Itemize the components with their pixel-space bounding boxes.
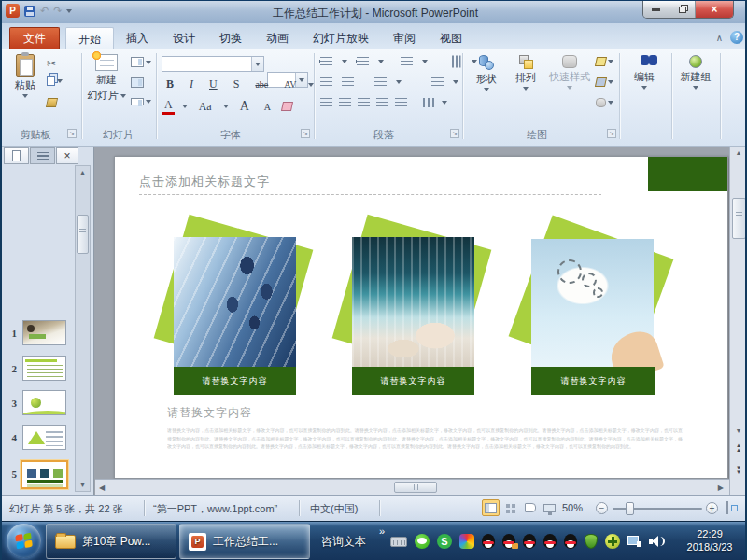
tab-design[interactable]: 设计 <box>161 27 207 49</box>
help-icon[interactable]: ? <box>730 31 743 44</box>
start-button[interactable] <box>7 524 41 558</box>
slide-image-2[interactable] <box>352 237 474 367</box>
restore-button[interactable] <box>669 1 696 18</box>
quick-styles-button[interactable]: 快速样式 <box>547 55 592 90</box>
shrink-font-button[interactable]: A <box>261 102 275 112</box>
outline-tab[interactable] <box>30 147 55 164</box>
scroll-up-icon[interactable]: ▲ <box>730 147 747 159</box>
cut-button[interactable]: ✂ <box>47 57 56 70</box>
reset-slide-button[interactable] <box>131 77 144 88</box>
font-name-dropdown-icon[interactable] <box>251 57 263 71</box>
align-text-dropdown-icon[interactable] <box>453 80 458 84</box>
copy-button[interactable] <box>47 76 63 86</box>
panel-close-button[interactable]: × <box>56 147 78 164</box>
fit-to-window-button[interactable] <box>726 501 728 514</box>
distribute-button[interactable] <box>395 98 407 107</box>
line-spacing-dropdown-icon[interactable] <box>422 60 428 63</box>
slide-thumbnail-1[interactable] <box>22 320 66 345</box>
tab-home[interactable]: 开始 <box>65 27 114 49</box>
qq-icon[interactable] <box>523 534 536 549</box>
arrange-button[interactable]: 排列 <box>508 55 543 91</box>
tab-review[interactable]: 审阅 <box>381 27 428 49</box>
clipboard-dialog-launcher[interactable]: ↘ <box>67 129 77 138</box>
volume-icon[interactable] <box>649 535 664 548</box>
character-spacing-button[interactable]: AV <box>280 79 300 90</box>
zoom-level[interactable]: 50% <box>562 502 583 513</box>
change-case-button[interactable]: Aa <box>195 100 216 114</box>
change-case-dropdown-icon[interactable] <box>223 105 229 108</box>
panel-scrollbar-thumb[interactable] <box>77 215 89 254</box>
slideshow-view-button[interactable] <box>541 499 558 516</box>
shape-effects-button[interactable] <box>596 98 613 107</box>
editing-button[interactable]: 编辑 <box>624 55 665 90</box>
zoom-in-button[interactable]: + <box>706 502 718 514</box>
font-color-dropdown-icon[interactable] <box>182 105 188 108</box>
slides-tab[interactable] <box>4 147 29 164</box>
decrease-indent-button[interactable] <box>320 77 332 87</box>
convert-smartart-button[interactable] <box>423 98 435 107</box>
shape-outline-button[interactable] <box>596 77 613 87</box>
language-band[interactable]: 咨询文本 <box>321 534 366 550</box>
image-caption-3[interactable]: 请替换文字内容 <box>531 367 655 395</box>
tab-view[interactable]: 视图 <box>428 27 474 49</box>
tab-file[interactable]: 文件 <box>9 27 60 49</box>
horizontal-scrollbar[interactable]: ◀ ▶ <box>95 479 729 495</box>
paragraph-dialog-launcher[interactable]: ↘ <box>450 129 459 138</box>
taskbar-overflow-icon[interactable]: » <box>379 525 385 537</box>
increase-indent-button[interactable] <box>342 77 354 87</box>
slide-title-placeholder[interactable]: 点击添加相关标题文字 <box>139 174 270 190</box>
zoom-slider-thumb[interactable] <box>626 502 634 515</box>
paste-button[interactable]: 粘贴 <box>9 54 41 98</box>
tray-clock[interactable]: 22:29 2018/3/23 <box>676 527 743 553</box>
slide-sorter-view-button[interactable] <box>501 499 519 516</box>
slide-thumbnail-4[interactable] <box>22 425 66 450</box>
security-shield-icon[interactable] <box>585 534 598 549</box>
clear-formatting-button[interactable] <box>281 102 293 111</box>
tab-transitions[interactable]: 切换 <box>207 27 254 49</box>
smartart-dropdown-icon[interactable] <box>442 101 447 105</box>
spacing-dropdown-icon[interactable] <box>308 83 314 87</box>
qq-icon[interactable] <box>564 534 577 549</box>
align-center-button[interactable] <box>339 98 351 107</box>
next-slide-button[interactable]: ▼▼ <box>730 466 747 475</box>
normal-view-button[interactable] <box>482 499 500 516</box>
qq-briefcase-icon[interactable] <box>502 534 515 549</box>
slide-thumbnail-2[interactable] <box>22 356 66 381</box>
slide-canvas[interactable]: 点击添加相关标题文字 请替换文字内容 请替换文字内容 请替换文字内容 请替换文字… <box>114 156 728 479</box>
bold-button[interactable]: B <box>162 77 177 91</box>
network-icon[interactable] <box>627 536 641 547</box>
minimize-button[interactable] <box>643 1 669 18</box>
new-group-button[interactable]: 新建组 <box>673 55 718 90</box>
previous-slide-button[interactable]: ▲▲ <box>730 443 747 453</box>
drawing-dialog-launcher[interactable]: ↘ <box>607 129 616 138</box>
keyboard-icon[interactable] <box>390 537 407 547</box>
qq-icon[interactable] <box>543 534 557 549</box>
panel-scroll-up-icon[interactable]: ▲ <box>76 166 90 178</box>
slide-image-3[interactable] <box>531 239 654 369</box>
wechat-icon[interactable] <box>415 534 430 549</box>
reading-view-button[interactable] <box>521 499 539 516</box>
slide-layout-button[interactable] <box>131 57 151 67</box>
underline-button[interactable]: U <box>205 77 221 91</box>
tab-insert[interactable]: 插入 <box>114 27 161 49</box>
language-status[interactable]: 中文(中国) <box>310 502 358 516</box>
align-left-button[interactable] <box>320 98 332 107</box>
text-direction-button[interactable] <box>452 56 461 68</box>
text-shadow-button[interactable]: S <box>230 77 244 91</box>
numbering-dropdown-icon[interactable] <box>378 60 384 63</box>
image-caption-2[interactable]: 请替换文字内容 <box>352 367 474 395</box>
align-text-button[interactable] <box>431 77 444 87</box>
bullets-dropdown-icon[interactable] <box>342 60 347 63</box>
grow-font-button[interactable]: A <box>236 99 253 114</box>
tab-animations[interactable]: 动画 <box>254 27 301 49</box>
font-name-combo[interactable] <box>162 56 264 72</box>
body-text-placeholder[interactable]: 请替换文字内容，点击添加相关标题文字，修改文字内容，也可以直接复制你的内容到此。… <box>167 427 683 479</box>
taskbar-folder-button[interactable]: 第10章 Pow... <box>46 524 176 559</box>
vertical-scrollbar[interactable]: ▲ ▼ ▲▲ ▼▼ <box>729 147 747 495</box>
zoom-out-button[interactable]: − <box>596 502 608 514</box>
shapes-button[interactable]: 形状 <box>469 55 504 91</box>
tab-slideshow[interactable]: 幻灯片放映 <box>301 27 381 49</box>
body-heading-placeholder[interactable]: 请替换文字内容 <box>167 405 252 421</box>
font-color-button[interactable]: A <box>162 98 175 115</box>
qq-icon[interactable] <box>482 534 495 549</box>
